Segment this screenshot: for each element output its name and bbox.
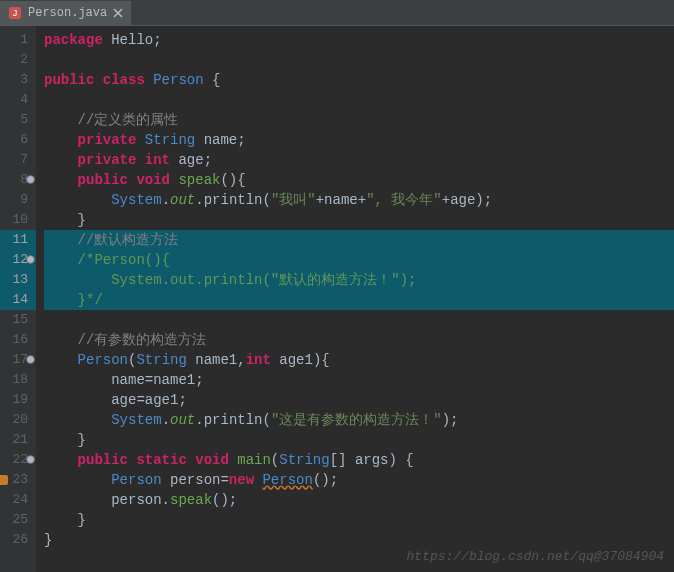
code-token: = [220,472,228,488]
code-line[interactable]: //有参数的构造方法 [44,330,674,350]
code-token: //有参数的构造方法 [78,332,207,348]
line-number: 4 [0,90,36,110]
code-token: //默认构造方法 [78,232,179,248]
fold-icon[interactable] [26,255,35,264]
code-token: String [145,132,204,148]
code-token: private [78,132,145,148]
code-token: age; [178,152,212,168]
code-line[interactable]: } [44,530,674,550]
code-token: String [136,352,195,368]
line-number: 7 [0,150,36,170]
fold-icon[interactable] [26,355,35,364]
code-token [44,232,78,248]
code-token: }*/ [44,292,103,308]
file-tab[interactable]: J Person.java [0,1,131,25]
line-number: 26 [0,530,36,550]
code-line[interactable]: package Hello; [44,30,674,50]
tab-filename: Person.java [28,6,107,20]
code-line[interactable]: private String name; [44,130,674,150]
code-token: new [229,472,263,488]
watermark: https://blog.csdn.net/qq@37084904 [407,549,664,564]
code-line[interactable]: Person person=new Person(); [44,470,674,490]
code-token: public void [78,172,179,188]
code-token [44,252,78,268]
code-token: ", 我今年" [366,192,442,208]
line-number: 18 [0,370,36,390]
line-number: 10 [0,210,36,230]
code-line[interactable]: //定义类的属性 [44,110,674,130]
code-token: public static void [78,452,238,468]
code-line[interactable]: Person(String name1,int age1){ [44,350,674,370]
code-token: +age); [442,192,492,208]
code-token: . [195,192,203,208]
code-line[interactable]: } [44,210,674,230]
code-line[interactable] [44,50,674,70]
code-token: ( [262,192,270,208]
code-line[interactable]: System.out.println("这是有参数的构造方法！"); [44,410,674,430]
code-token: . [162,192,170,208]
code-line[interactable] [44,90,674,110]
code-line[interactable]: System.out.println("默认的构造方法！"); [44,270,674,290]
code-token: (); [313,472,338,488]
tab-bar: J Person.java [0,0,674,26]
code-token: speak [170,492,212,508]
code-token: public class [44,72,153,88]
code-line[interactable]: public static void main(String[] args) { [44,450,674,470]
fold-icon[interactable] [26,175,35,184]
code-token: ) { [389,452,414,468]
line-number: 12 [0,250,36,270]
code-token: System.out.println("默认的构造方法！"); [111,272,416,288]
code-line[interactable]: //默认构造方法 [44,230,674,250]
line-number: 17 [0,350,36,370]
code-token: int [246,352,280,368]
close-icon[interactable] [113,8,123,18]
code-token [44,272,111,288]
code-token: } [44,212,86,228]
code-token: String [279,452,329,468]
code-token: System [111,412,161,428]
code-token: private int [78,152,179,168]
code-line[interactable]: System.out.println("我叫"+name+", 我今年"+age… [44,190,674,210]
line-number: 14 [0,290,36,310]
code-token: age1 [279,352,313,368]
code-token: main [237,452,271,468]
svg-text:J: J [13,8,18,18]
line-number: 25 [0,510,36,530]
code-editor[interactable]: 1234567891011121314151617181920212223242… [0,26,674,572]
code-token: person. [44,492,170,508]
line-number: 16 [0,330,36,350]
code-token: name=name1; [44,372,204,388]
code-line[interactable]: public class Person { [44,70,674,90]
code-token: System [111,192,161,208]
code-token [44,152,78,168]
code-token: (){ [220,172,245,188]
code-line[interactable]: } [44,430,674,450]
code-token: /*Person(){ [78,252,170,268]
code-token: name1 [195,352,237,368]
code-token: } [44,512,86,528]
code-token: . [195,412,203,428]
code-line[interactable]: } [44,510,674,530]
code-line[interactable] [44,310,674,330]
code-line[interactable]: person.speak(); [44,490,674,510]
code-token: ( [262,412,270,428]
code-line[interactable]: name=name1; [44,370,674,390]
code-line[interactable]: public void speak(){ [44,170,674,190]
line-number: 11 [0,230,36,250]
line-number: 3 [0,70,36,90]
fold-icon[interactable] [26,455,35,464]
code-token: ( [271,452,279,468]
code-line[interactable]: /*Person(){ [44,250,674,270]
line-number: 19 [0,390,36,410]
line-gutter: 1234567891011121314151617181920212223242… [0,26,36,572]
code-token: } [44,432,86,448]
warning-icon[interactable] [0,475,8,485]
code-token: "我叫" [271,192,316,208]
code-token: name; [204,132,246,148]
code-token: out [170,192,195,208]
code-line[interactable]: age=age1; [44,390,674,410]
code-line[interactable]: private int age; [44,150,674,170]
code-area[interactable]: package Hello;public class Person { //定义… [36,26,674,572]
code-token: speak [178,172,220,188]
code-line[interactable]: }*/ [44,290,674,310]
